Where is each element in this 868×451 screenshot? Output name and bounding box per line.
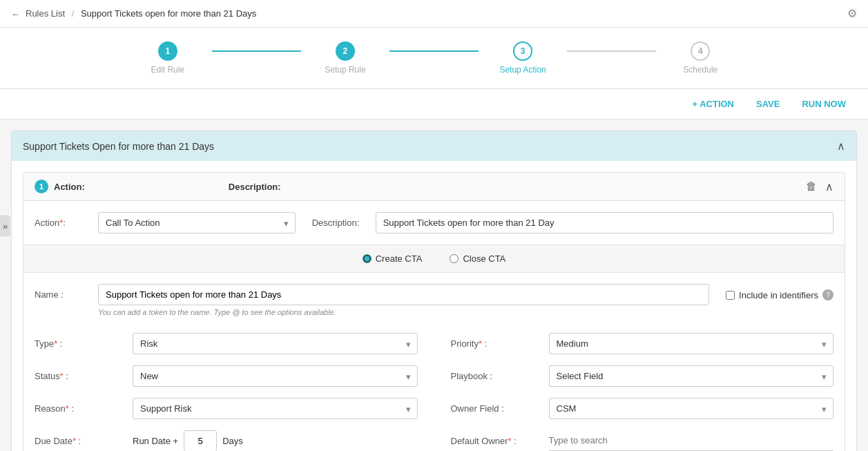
close-cta-option[interactable]: Close CTA	[450, 253, 505, 264]
name-section: Name : Support Tickets open for more tha…	[35, 284, 833, 316]
rule-panel: Support Tickets Open for more than 21 Da…	[11, 131, 857, 451]
back-icon: ←	[11, 9, 20, 19]
action-select-wrapper: Call To Action ▾	[98, 212, 296, 233]
run-date-prefix: Run Date +	[133, 436, 178, 446]
owner-field-select[interactable]: CSM	[549, 398, 834, 419]
name-input[interactable]: Support Tickets open for more than 21 Da…	[98, 284, 709, 305]
add-action-button[interactable]: + ACTION	[686, 96, 740, 112]
action-header: 1 Action: Description: 🗑 ∧	[23, 173, 845, 201]
form-two-col: Type* : Risk ▾ Status* :	[35, 327, 833, 451]
type-label: Type* :	[35, 338, 124, 349]
action-header-left: 1 Action: Description:	[35, 180, 281, 193]
breadcrumb-root-link[interactable]: Rules List	[26, 8, 65, 19]
action-desc-row: Action*: Call To Action ▾ Description: S…	[35, 212, 833, 233]
due-date-row: Due Date* : Run Date + Days	[35, 425, 418, 451]
breadcrumb-current: Support Tickets open for more than 21 Da…	[81, 8, 256, 19]
action-field-label: Action*:	[35, 218, 90, 228]
reason-select-wrapper: Support Risk ▾	[133, 398, 418, 419]
action-body: Action*: Call To Action ▾ Description: S…	[23, 201, 845, 451]
connector-1-2	[212, 50, 301, 52]
delete-action-button[interactable]: 🗑	[806, 180, 817, 193]
playbook-row: Playbook : Select Field ▾	[451, 360, 834, 392]
status-label: Status* :	[35, 371, 124, 381]
status-select[interactable]: New	[133, 365, 418, 387]
run-now-button[interactable]: RUN NOW	[796, 96, 851, 112]
description-input[interactable]: Support Tickets open for more than 21 Da…	[376, 212, 833, 233]
type-row: Type* : Risk ▾	[35, 327, 418, 360]
name-input-row: Name : Support Tickets open for more tha…	[35, 284, 709, 305]
step-3-label: Setup Action	[499, 65, 546, 75]
type-select-wrapper: Risk ▾	[133, 333, 418, 354]
include-identifiers-label: Include in identifiers	[739, 290, 818, 300]
breadcrumb-area: ← Rules List / Support Tickets open for …	[11, 8, 256, 20]
back-button[interactable]: ←	[11, 8, 20, 20]
radio-group: Create CTA Close CTA	[23, 244, 845, 273]
settings-icon[interactable]: ⚙	[847, 7, 857, 20]
top-bar: ← Rules List / Support Tickets open for …	[0, 0, 868, 28]
form-left: Type* : Risk ▾ Status* :	[35, 327, 434, 451]
step-4-label: Schedule	[683, 65, 717, 75]
step-3[interactable]: 3 Setup Action	[479, 41, 568, 75]
action-section: 1 Action: Description: 🗑 ∧ Action*:	[23, 172, 845, 451]
action-select[interactable]: Call To Action	[98, 212, 296, 233]
name-helper: You can add a token to the name. Type @ …	[98, 308, 709, 316]
step-3-circle: 3	[513, 41, 532, 61]
reason-row: Reason* : Support Risk ▾	[35, 392, 418, 425]
rule-header: Support Tickets Open for more than 21 Da…	[12, 131, 856, 161]
default-owner-label: Default Owner* :	[451, 436, 541, 446]
playbook-label: Playbook :	[451, 371, 541, 381]
main-content: Support Tickets Open for more than 21 Da…	[0, 119, 868, 451]
default-owner-input[interactable]	[549, 430, 834, 451]
connector-3-4	[567, 50, 656, 52]
breadcrumb-separator: /	[72, 8, 75, 19]
include-identifiers-section: Include in identifiers ?	[726, 289, 833, 300]
stepper: 1 Edit Rule 2 Setup Rule 3 Setup Action …	[124, 41, 745, 75]
owner-field-row: Owner Field : CSM ▾	[451, 392, 834, 425]
close-cta-label: Close CTA	[463, 253, 505, 264]
help-icon[interactable]: ?	[822, 289, 833, 300]
description-col-label: Description:	[229, 182, 281, 192]
owner-field-select-wrapper: CSM ▾	[549, 398, 834, 419]
include-identifiers-checkbox[interactable]	[726, 291, 735, 300]
create-cta-radio[interactable]	[363, 254, 372, 263]
days-suffix: Days	[222, 436, 243, 446]
sidebar-toggle-button[interactable]: »	[0, 215, 10, 236]
action-col-label: Action:	[54, 182, 85, 192]
due-date-inputs: Run Date + Days	[133, 430, 418, 451]
action-bar: + ACTION SAVE RUN NOW	[0, 89, 868, 119]
action-field-group: Action*: Call To Action ▾	[35, 212, 296, 233]
type-select[interactable]: Risk	[133, 333, 418, 354]
step-1-label: Edit Rule	[151, 65, 184, 75]
description-field-label: Description:	[312, 218, 367, 228]
save-button[interactable]: SAVE	[751, 96, 785, 112]
rule-title: Support Tickets Open for more than 21 Da…	[23, 141, 214, 152]
step-4-circle: 4	[691, 41, 710, 61]
action-header-right: 🗑 ∧	[806, 180, 833, 193]
collapse-action-button[interactable]: ∧	[825, 180, 833, 193]
priority-select-wrapper: Medium ▾	[549, 333, 834, 354]
step-2-circle: 2	[336, 41, 355, 61]
create-cta-option[interactable]: Create CTA	[363, 253, 423, 264]
reason-select[interactable]: Support Risk	[133, 398, 418, 419]
connector-2-3	[389, 50, 479, 52]
priority-select[interactable]: Medium	[549, 333, 834, 354]
due-date-days-input[interactable]	[184, 430, 217, 451]
playbook-select[interactable]: Select Field	[549, 365, 834, 387]
priority-row: Priority* : Medium ▾	[451, 327, 834, 360]
step-4[interactable]: 4 Schedule	[656, 41, 745, 75]
breadcrumb: Rules List / Support Tickets open for mo…	[26, 8, 256, 19]
step-2[interactable]: 2 Setup Rule	[301, 41, 390, 75]
stepper-container: 1 Edit Rule 2 Setup Rule 3 Setup Action …	[0, 28, 868, 89]
due-date-label: Due Date* :	[35, 436, 124, 446]
step-2-label: Setup Rule	[325, 65, 365, 75]
playbook-select-wrapper: Select Field ▾	[549, 365, 834, 387]
close-cta-radio[interactable]	[450, 254, 459, 263]
form-right: Priority* : Medium ▾ Playbook :	[434, 327, 834, 451]
status-select-wrapper: New ▾	[133, 365, 418, 387]
rule-collapse-button[interactable]: ∧	[837, 140, 845, 153]
step-1-circle: 1	[158, 41, 177, 61]
priority-label: Priority* :	[451, 338, 541, 349]
reason-label: Reason* :	[35, 403, 124, 414]
step-1[interactable]: 1 Edit Rule	[124, 41, 213, 75]
owner-field-label: Owner Field :	[451, 403, 541, 414]
